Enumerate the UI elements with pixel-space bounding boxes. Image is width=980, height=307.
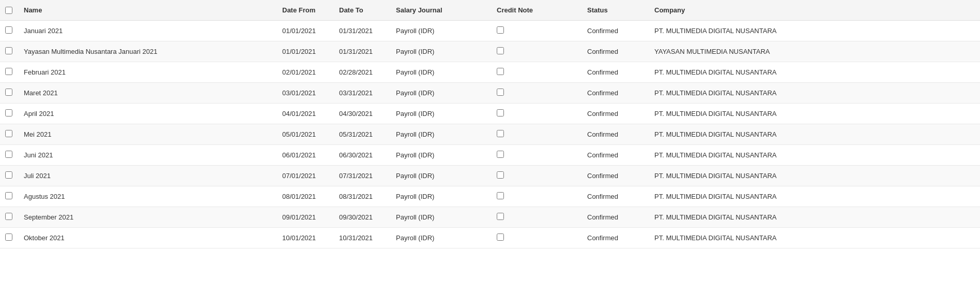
row-credit-note-checkbox[interactable] <box>497 171 504 179</box>
row-date-to: 01/31/2021 <box>334 41 391 62</box>
row-checkbox[interactable] <box>5 89 12 96</box>
row-status: Confirmed <box>582 228 649 248</box>
row-name: April 2021 <box>19 104 277 124</box>
row-credit-note-checkbox[interactable] <box>497 26 504 34</box>
row-salary-journal: Payroll (IDR) <box>391 124 492 145</box>
row-checkbox[interactable] <box>5 171 12 179</box>
row-credit-note-cell[interactable] <box>492 186 582 207</box>
select-all-header[interactable] <box>0 0 19 21</box>
row-credit-note-cell[interactable] <box>492 62 582 83</box>
row-name: Maret 2021 <box>19 83 277 104</box>
table-header-row: Name Date From Date To Salary Journal Cr… <box>0 0 980 21</box>
row-checkbox-cell[interactable] <box>0 62 19 83</box>
row-checkbox-cell[interactable] <box>0 104 19 124</box>
row-name: Oktober 2021 <box>19 228 277 248</box>
row-credit-note-checkbox[interactable] <box>497 192 504 199</box>
row-credit-note-cell[interactable] <box>492 228 582 248</box>
row-credit-note-cell[interactable] <box>492 41 582 62</box>
row-company: PT. MULTIMEDIA DIGITAL NUSANTARA <box>649 83 980 104</box>
row-credit-note-checkbox[interactable] <box>497 233 504 241</box>
row-credit-note-checkbox[interactable] <box>497 68 504 75</box>
table-row: Agustus 202108/01/202108/31/2021Payroll … <box>0 186 980 207</box>
row-salary-journal: Payroll (IDR) <box>391 62 492 83</box>
status-header: Status <box>582 0 649 21</box>
row-date-to: 10/31/2021 <box>334 228 391 248</box>
row-company: PT. MULTIMEDIA DIGITAL NUSANTARA <box>649 186 980 207</box>
row-name: Juni 2021 <box>19 145 277 166</box>
row-date-to: 01/31/2021 <box>334 21 391 41</box>
table-row: Yayasan Multimedia Nusantara Januari 202… <box>0 41 980 62</box>
row-date-from: 10/01/2021 <box>277 228 334 248</box>
row-name: Agustus 2021 <box>19 186 277 207</box>
row-checkbox-cell[interactable] <box>0 207 19 228</box>
row-date-from: 09/01/2021 <box>277 207 334 228</box>
row-credit-note-checkbox[interactable] <box>497 213 504 220</box>
row-credit-note-cell[interactable] <box>492 166 582 186</box>
row-credit-note-checkbox[interactable] <box>497 109 504 116</box>
name-header: Name <box>19 0 277 21</box>
row-checkbox-cell[interactable] <box>0 124 19 145</box>
row-date-from: 01/01/2021 <box>277 41 334 62</box>
row-salary-journal: Payroll (IDR) <box>391 21 492 41</box>
row-credit-note-cell[interactable] <box>492 104 582 124</box>
row-checkbox-cell[interactable] <box>0 228 19 248</box>
table-row: Juli 202107/01/202107/31/2021Payroll (ID… <box>0 166 980 186</box>
row-checkbox[interactable] <box>5 213 12 220</box>
row-company: PT. MULTIMEDIA DIGITAL NUSANTARA <box>649 21 980 41</box>
row-checkbox-cell[interactable] <box>0 166 19 186</box>
table-row: Maret 202103/01/202103/31/2021Payroll (I… <box>0 83 980 104</box>
row-checkbox-cell[interactable] <box>0 41 19 62</box>
row-credit-note-checkbox[interactable] <box>497 47 504 54</box>
row-date-from: 07/01/2021 <box>277 166 334 186</box>
row-salary-journal: Payroll (IDR) <box>391 145 492 166</box>
row-checkbox-cell[interactable] <box>0 145 19 166</box>
row-status: Confirmed <box>582 207 649 228</box>
row-date-to: 07/31/2021 <box>334 166 391 186</box>
row-date-from: 05/01/2021 <box>277 124 334 145</box>
row-date-from: 06/01/2021 <box>277 145 334 166</box>
row-salary-journal: Payroll (IDR) <box>391 228 492 248</box>
row-credit-note-cell[interactable] <box>492 207 582 228</box>
row-company: PT. MULTIMEDIA DIGITAL NUSANTARA <box>649 62 980 83</box>
row-checkbox[interactable] <box>5 68 12 75</box>
row-credit-note-cell[interactable] <box>492 145 582 166</box>
row-credit-note-cell[interactable] <box>492 21 582 41</box>
row-status: Confirmed <box>582 145 649 166</box>
row-company: PT. MULTIMEDIA DIGITAL NUSANTARA <box>649 124 980 145</box>
row-checkbox[interactable] <box>5 130 12 137</box>
select-all-checkbox[interactable] <box>5 7 12 14</box>
table-row: Juni 202106/01/202106/30/2021Payroll (ID… <box>0 145 980 166</box>
row-status: Confirmed <box>582 166 649 186</box>
row-date-to: 04/30/2021 <box>334 104 391 124</box>
row-credit-note-cell[interactable] <box>492 124 582 145</box>
row-checkbox[interactable] <box>5 26 12 34</box>
row-name: Mei 2021 <box>19 124 277 145</box>
row-salary-journal: Payroll (IDR) <box>391 104 492 124</box>
row-checkbox[interactable] <box>5 109 12 116</box>
table-row: Februari 202102/01/202102/28/2021Payroll… <box>0 62 980 83</box>
row-salary-journal: Payroll (IDR) <box>391 41 492 62</box>
row-checkbox-cell[interactable] <box>0 186 19 207</box>
row-name: Januari 2021 <box>19 21 277 41</box>
row-checkbox[interactable] <box>5 47 12 54</box>
row-credit-note-checkbox[interactable] <box>497 151 504 158</box>
row-date-to: 06/30/2021 <box>334 145 391 166</box>
company-header: Company <box>649 0 980 21</box>
row-name: September 2021 <box>19 207 277 228</box>
payroll-table-container: Name Date From Date To Salary Journal Cr… <box>0 0 980 307</box>
row-credit-note-cell[interactable] <box>492 83 582 104</box>
row-checkbox[interactable] <box>5 192 12 199</box>
table-row: September 202109/01/202109/30/2021Payrol… <box>0 207 980 228</box>
row-credit-note-checkbox[interactable] <box>497 89 504 96</box>
date-from-header: Date From <box>277 0 334 21</box>
row-checkbox-cell[interactable] <box>0 83 19 104</box>
row-company: PT. MULTIMEDIA DIGITAL NUSANTARA <box>649 166 980 186</box>
table-row: Mei 202105/01/202105/31/2021Payroll (IDR… <box>0 124 980 145</box>
row-credit-note-checkbox[interactable] <box>497 130 504 137</box>
row-date-to: 08/31/2021 <box>334 186 391 207</box>
row-status: Confirmed <box>582 21 649 41</box>
row-checkbox[interactable] <box>5 233 12 241</box>
row-checkbox-cell[interactable] <box>0 21 19 41</box>
row-date-from: 01/01/2021 <box>277 21 334 41</box>
row-checkbox[interactable] <box>5 151 12 158</box>
